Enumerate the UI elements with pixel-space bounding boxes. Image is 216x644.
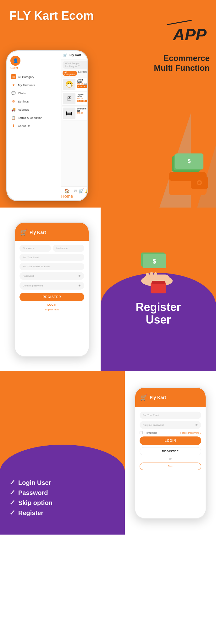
product-item-1[interactable]: 😷 Covid mask $26.19 $19 10.0% Off [62, 78, 88, 91]
product-item-3[interactable]: 🛏 Bedroom set $89.99 [62, 107, 88, 120]
nav-mail[interactable]: ✉ [74, 188, 78, 199]
sidebar-label-favourite: My Favourite [18, 83, 35, 87]
login-right: 🛒 Fly Kart Put Your Email Put your passw… [125, 371, 216, 535]
svg-rect-14 [146, 273, 149, 279]
svg-rect-16 [154, 272, 157, 279]
sidebar-left: 👤 Guest ⊞ All Category ♥ My Favourite [7, 51, 61, 200]
sidebar-item-settings[interactable]: ⚙ Settings [10, 97, 58, 105]
product-name-1: Covid mask [77, 79, 88, 83]
login-password-field[interactable]: Put your password 👁 [140, 421, 201, 429]
last-name-field[interactable]: Last name [53, 245, 84, 252]
sidebar-label-about: About Us [18, 124, 30, 128]
login-password-placeholder: Put your password [143, 424, 163, 426]
product-item-2[interactable]: 🖥 Laptop table $26.19 10.0% Off [62, 92, 88, 105]
product-panel: 🛒 Fly Kart What Are you Looking for ? Al… [61, 51, 88, 200]
register-logo-text: Fly Kart [30, 230, 46, 235]
category-tabs: All Categories Electronics [61, 70, 88, 77]
confirm-password-field[interactable]: Confirm password 👁 [19, 282, 84, 290]
product-info-2: Laptop table $26.19 10.0% Off [77, 93, 88, 104]
phone-outer: 👤 Guest ⊞ All Category ♥ My Favourite [6, 50, 88, 201]
remember-checkbox[interactable] [140, 431, 143, 434]
check-icon-3: ✓ [9, 499, 15, 507]
tab-all-categories[interactable]: All Categories [63, 71, 77, 76]
skip-link[interactable]: Skip for Now [19, 308, 84, 311]
heart-icon: ♥ [11, 82, 16, 87]
svg-rect-17 [151, 282, 166, 293]
login-left: ✓ Login User ✓ Password ✓ Skip option ✓ … [0, 371, 125, 535]
transfer-svg: $ [135, 253, 182, 293]
nav-home-label: Home [61, 194, 73, 199]
app-title: FLY Kart Ecom [9, 9, 207, 23]
register-right: $ Register User [101, 208, 216, 371]
check-icon-1: ✓ [9, 479, 15, 487]
password-toggle-icon[interactable]: 👁 [78, 274, 81, 278]
register-button[interactable]: REGISTER [19, 293, 84, 301]
svg-text:$: $ [152, 258, 156, 265]
svg-rect-15 [150, 272, 153, 279]
forgot-password-link[interactable]: Forget Password ? [180, 431, 201, 434]
sidebar-label-chats: Chats [18, 92, 26, 95]
product-badge-2: 10.0% Off [77, 100, 88, 102]
login-link[interactable]: LOGIN [19, 303, 84, 306]
login-phone-header: 🛒 Fly Kart [135, 388, 206, 407]
product-info-3: Bedroom set $89.99 [77, 108, 88, 119]
login-password-toggle-icon[interactable]: 👁 [195, 423, 198, 427]
sidebar-item-terms[interactable]: 📋 Terms & Condition [10, 114, 58, 122]
search-bar[interactable]: What Are you Looking for ? [63, 61, 88, 69]
login-email-field[interactable]: Put Your Email [140, 412, 201, 419]
skip-button[interactable]: Skip [140, 463, 201, 470]
sidebar-label-allcategory: All Category [18, 75, 34, 79]
hero-subtitle: Ecommerce Multi Function [154, 53, 210, 73]
sidebar-item-chats[interactable]: 💬 Chats [10, 89, 58, 97]
mobile-field[interactable]: Put Your Mobile Number [19, 263, 84, 270]
confirm-password-toggle-icon[interactable]: 👁 [78, 284, 81, 287]
or-divider: Or [140, 458, 201, 460]
checklist-item-1: ✓ Login User [9, 479, 53, 487]
product-badge-1: 10.0% Off [77, 85, 88, 88]
avatar: 👤 [10, 56, 20, 66]
login-form: Put Your Email Put your password 👁 Remem… [135, 407, 206, 518]
register-btn-secondary[interactable]: REGISTER [140, 447, 201, 455]
sidebar-item-favourite[interactable]: ♥ My Favourite [10, 81, 58, 89]
product-name-2: Laptop table [77, 93, 88, 97]
nav-bell[interactable]: 🔔 [85, 188, 88, 199]
password-placeholder: Password [23, 275, 34, 277]
about-icon: ℹ [11, 123, 16, 128]
sidebar-label-terms: Terms & Condition [18, 116, 42, 119]
login-section: ✓ Login User ✓ Password ✓ Skip option ✓ … [0, 371, 216, 535]
wallet-illustration: $ [163, 153, 213, 201]
register-logo-icon: 🛒 [20, 229, 27, 236]
product-name-3: Bedroom set [77, 108, 88, 112]
address-icon: 🚚 [11, 107, 16, 112]
register-title: Register User [136, 301, 181, 326]
sidebar-area: 👤 Guest ⊞ All Category ♥ My Favourite [7, 51, 87, 200]
checklist-item-2: ✓ Password [9, 489, 53, 497]
guest-label: Guest [10, 66, 58, 69]
phone-login: 🛒 Fly Kart Put Your Email Put your passw… [134, 387, 207, 519]
login-logo-text: Fly Kart [150, 395, 166, 400]
confirm-placeholder: Confirm password [23, 284, 43, 287]
terms-icon: 📋 [11, 115, 16, 120]
nav-home[interactable]: 🏠 Home [61, 188, 73, 199]
phone-register: 🛒 Fly Kart First name Last name Put Your… [14, 222, 90, 357]
check-icon-4: ✓ [9, 509, 15, 517]
sidebar-item-address[interactable]: 🚚 Address [10, 105, 58, 114]
email-field[interactable]: Put Your Email [19, 254, 84, 261]
product-price-3: $89.99 [77, 112, 88, 114]
last-name-placeholder: Last name [56, 247, 68, 250]
chat-icon: 💬 [11, 91, 16, 96]
sidebar-item-about[interactable]: ℹ About Us [10, 122, 58, 130]
cart-icon: 🛒 [63, 53, 68, 57]
first-name-field[interactable]: First name [19, 245, 51, 252]
register-title-line1: Register [136, 301, 181, 314]
settings-icon: ⚙ [11, 99, 16, 104]
login-button[interactable]: LOGIN [140, 436, 201, 445]
wallet-svg: $ [163, 153, 213, 200]
first-name-placeholder: First name [23, 247, 35, 250]
password-field[interactable]: Password 👁 [19, 272, 84, 280]
product-image-3: 🛏 [63, 108, 75, 119]
register-phone-header: 🛒 Fly Kart [15, 223, 89, 241]
nav-cart[interactable]: 🛒 [79, 188, 84, 199]
sidebar-item-allcategory[interactable]: ⊞ All Category [10, 73, 58, 81]
tab-electronics[interactable]: Electronics [78, 71, 88, 76]
